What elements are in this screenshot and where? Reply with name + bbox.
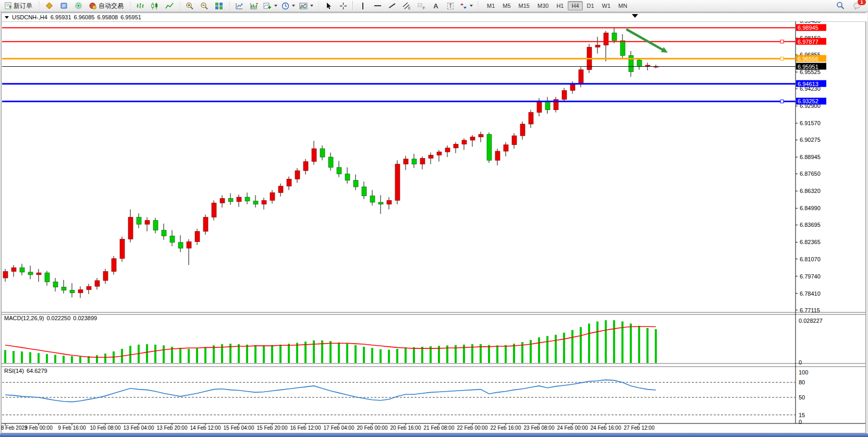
search-icon xyxy=(836,2,845,10)
toolbar-right: 1 xyxy=(834,0,864,11)
chevron-down-icon xyxy=(274,5,277,7)
text-label-icon: T xyxy=(447,3,454,9)
auto-trading-button[interactable]: 自动交易 xyxy=(86,0,127,11)
indicator-list-icon xyxy=(235,2,243,10)
text-icon: A xyxy=(433,2,438,10)
tile-windows-button[interactable] xyxy=(212,0,226,11)
bar-chart-button[interactable] xyxy=(133,0,147,11)
equidistant-channel-button[interactable]: E xyxy=(400,0,413,11)
svg-text:E: E xyxy=(408,6,411,10)
horizontal-line-icon xyxy=(374,5,381,6)
auto-trading-icon xyxy=(89,2,97,9)
rsi-label: RSI(14) 64.6279 xyxy=(4,368,47,374)
gold-button[interactable] xyxy=(42,0,56,11)
new-order-label: 新订单 xyxy=(14,2,32,10)
timeframe-h4[interactable]: H4 xyxy=(568,1,582,10)
ohlc-open: 6.95931 xyxy=(51,14,71,20)
trendline-icon xyxy=(389,3,395,8)
zoom-in-icon xyxy=(186,2,194,10)
macd-name: MACD(12,26,9) xyxy=(4,315,44,321)
toolbar-grip xyxy=(38,2,40,10)
tile-windows-icon xyxy=(215,2,223,10)
chevron-down-icon xyxy=(470,5,473,7)
timeframe-mn[interactable]: MN xyxy=(615,1,631,10)
cursor-icon xyxy=(325,2,332,10)
templates-button[interactable] xyxy=(298,0,315,11)
add-indicator-button[interactable] xyxy=(262,0,279,11)
ohlc-values: 6.95931 6.96085 6.95808 6.95951 xyxy=(51,14,141,20)
timeframe-d1[interactable]: D1 xyxy=(583,1,598,10)
bar-chart-icon xyxy=(136,2,144,10)
indicator-window-button[interactable] xyxy=(247,0,261,11)
trendline-button[interactable] xyxy=(385,0,399,11)
candlestick-chart-button[interactable] xyxy=(148,0,162,11)
search-button[interactable] xyxy=(834,0,847,11)
arrows-button[interactable] xyxy=(458,0,474,11)
fibonacci-icon: F xyxy=(417,2,425,10)
accounts-button[interactable] xyxy=(57,0,70,11)
indicator-list-button[interactable] xyxy=(233,0,246,11)
timeframe-h1[interactable]: H1 xyxy=(553,1,567,10)
cursor-button[interactable] xyxy=(322,0,335,11)
arrows-icon xyxy=(460,2,467,10)
macd-label: MACD(12,26,9) 0.022250 0.023899 xyxy=(4,315,97,321)
taskbar[interactable] xyxy=(0,433,868,437)
vertical-line-icon xyxy=(362,3,363,9)
gold-gem-icon xyxy=(45,2,53,9)
toolbar-grip xyxy=(476,2,479,10)
new-order-icon xyxy=(5,2,12,9)
zoom-out-button[interactable] xyxy=(198,0,211,11)
notification-badge: 1 xyxy=(857,0,866,6)
timeframe-m30[interactable]: M30 xyxy=(534,1,552,10)
periods-button[interactable] xyxy=(280,0,297,11)
line-chart-button[interactable] xyxy=(163,0,176,11)
timeframe-m15[interactable]: M15 xyxy=(515,1,533,10)
crosshair-button[interactable] xyxy=(336,0,350,11)
collapse-triangle-icon xyxy=(5,16,9,19)
text-label-button[interactable]: T xyxy=(444,0,457,11)
add-indicator-icon xyxy=(263,2,272,10)
clock-icon xyxy=(282,2,289,10)
indicator-window-icon xyxy=(250,2,258,10)
chevron-down-icon xyxy=(292,5,295,7)
zoom-in-button[interactable] xyxy=(183,0,197,11)
new-order-button[interactable]: 新订单 xyxy=(2,0,35,11)
line-chart-icon xyxy=(165,2,174,10)
ohlc-low: 6.95808 xyxy=(97,14,118,20)
templates-icon xyxy=(299,2,308,10)
candlestick-chart-icon xyxy=(151,2,159,10)
fibonacci-button[interactable]: F xyxy=(414,0,428,11)
rsi-name: RSI(14) xyxy=(4,368,24,374)
main-toolbar: 新订单 自动交易 xyxy=(0,0,868,12)
chart-titlebar[interactable]: USDCNH-,H4 6.95931 6.96085 6.95808 6.959… xyxy=(2,13,867,21)
screen: 新订单 自动交易 xyxy=(0,0,868,437)
signals-icon xyxy=(75,2,82,9)
notifications-button[interactable]: 1 xyxy=(850,0,864,11)
ohlc-high: 6.96085 xyxy=(74,14,95,20)
zoom-out-icon xyxy=(200,2,209,10)
timeframe-m5[interactable]: M5 xyxy=(499,1,514,10)
toolbar-grip xyxy=(178,2,181,10)
scroll-to-end-marker[interactable] xyxy=(632,14,638,18)
toolbar-grip xyxy=(317,2,320,10)
auto-trading-label: 自动交易 xyxy=(99,2,124,10)
svg-text:F: F xyxy=(423,6,425,10)
timeframe-w1[interactable]: W1 xyxy=(598,1,615,10)
crosshair-icon xyxy=(339,2,347,10)
toolbar-grip xyxy=(129,2,131,10)
equidistant-channel-icon: E xyxy=(402,2,411,10)
text-button[interactable]: A xyxy=(429,0,443,11)
toolbar-grip xyxy=(228,2,230,10)
vertical-line-button[interactable] xyxy=(356,0,370,11)
chart-canvas[interactable] xyxy=(2,21,796,423)
timeframe-group: M1M5M15M30H1H4D1W1MN xyxy=(483,1,631,10)
chart-symbol: USDCNH-,H4 xyxy=(12,14,47,20)
toolbar-separator xyxy=(352,1,353,10)
timeframe-m1[interactable]: M1 xyxy=(483,1,498,10)
signals-button[interactable] xyxy=(71,0,85,11)
ohlc-close: 6.95951 xyxy=(120,14,141,20)
accounts-icon xyxy=(60,2,68,9)
chevron-down-icon xyxy=(310,5,313,7)
horizontal-line-button[interactable] xyxy=(371,0,384,11)
macd-main-value: 0.022250 xyxy=(46,315,70,321)
